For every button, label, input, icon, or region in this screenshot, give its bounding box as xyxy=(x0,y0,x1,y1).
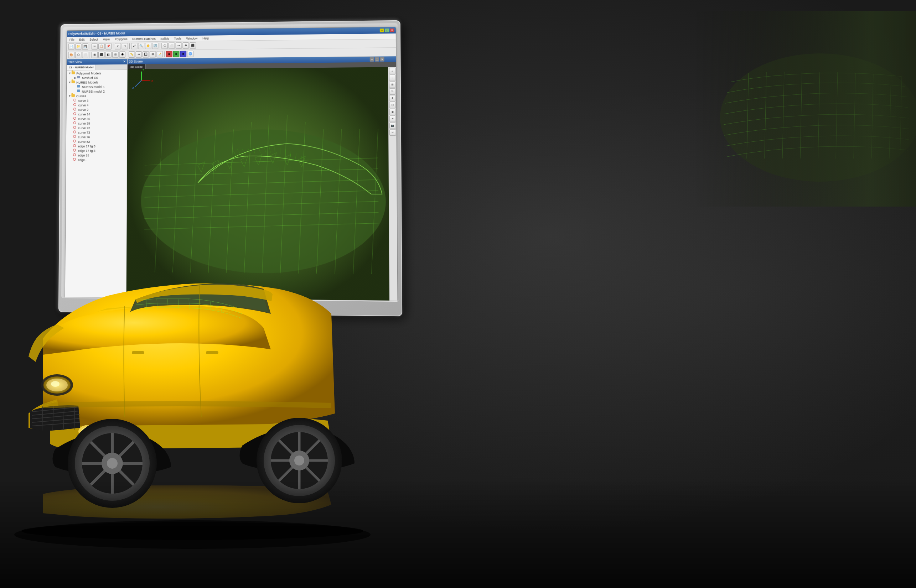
tree-tab-c6[interactable]: C6 - NURBS Model xyxy=(66,65,96,70)
rtb-rotate-view[interactable]: ↻ xyxy=(389,88,396,95)
tb-copy[interactable]: 📋 xyxy=(98,43,105,50)
tree-item-curve4[interactable]: curve 4 xyxy=(67,103,126,108)
tb2-sep2 xyxy=(127,52,127,57)
tree-item-nurbs-model-2[interactable]: NURBS model 2 xyxy=(67,89,126,94)
tb-curve[interactable]: 〜 xyxy=(176,42,182,49)
menu-view[interactable]: View xyxy=(102,37,111,41)
menu-help[interactable]: Help xyxy=(201,36,210,40)
curve-icon xyxy=(73,135,77,139)
tb2-sep3 xyxy=(164,51,165,57)
tree-item-edge17tg3-2[interactable]: edge 17 tg 3 xyxy=(67,148,126,153)
tree-item-curve82[interactable]: curve 82 xyxy=(67,139,126,144)
tb2-color3[interactable]: ■ xyxy=(180,50,186,57)
rtb-clip[interactable]: ✂ xyxy=(389,129,396,136)
tb2-color2[interactable]: ■ xyxy=(173,50,180,57)
maximize-button[interactable]: □ xyxy=(385,29,389,32)
rtb-zoom-out[interactable]: − xyxy=(389,74,396,81)
tree-item-curve9[interactable]: curve 9 xyxy=(67,107,126,112)
tree-item-curve36[interactable]: curve 36 xyxy=(67,116,126,121)
menu-window[interactable]: Window xyxy=(185,36,199,40)
rtb-zoom-in[interactable]: + xyxy=(389,68,395,74)
tb2-side[interactable]: ◧ xyxy=(105,51,112,58)
curve-icon xyxy=(73,103,78,107)
tb-new[interactable]: 📄 xyxy=(68,44,75,50)
tree-label: curve 72 xyxy=(78,126,90,130)
tree-label: Polygonal Models xyxy=(76,71,101,75)
tb-solid[interactable]: ⬛ xyxy=(189,42,196,48)
tb2-align[interactable]: ⇔ xyxy=(136,51,142,57)
menu-select[interactable]: Select xyxy=(88,37,99,41)
tb-undo[interactable]: ↩ xyxy=(115,43,121,49)
svg-point-87 xyxy=(294,456,304,465)
tb2-wire[interactable]: ⬡ xyxy=(75,52,82,58)
scene-min-button[interactable]: ─ xyxy=(370,57,374,61)
tree-item-curve39[interactable]: curve 39 xyxy=(67,121,126,125)
tb2-color1[interactable]: ■ xyxy=(166,51,172,57)
tb-rotate[interactable]: 🔄 xyxy=(152,42,159,49)
rtb-fit[interactable]: ⊞ xyxy=(389,82,396,88)
menu-nurbs-patches[interactable]: NURBS Patches xyxy=(131,37,156,41)
curve-icon xyxy=(73,112,78,116)
tree-item-nurbs-models[interactable]: ▼ NURBS Models xyxy=(67,80,126,85)
rtb-render[interactable]: ◉ xyxy=(389,108,396,115)
tb2-persp[interactable]: ⬟ xyxy=(119,51,126,58)
rtb-light[interactable]: ☀ xyxy=(389,115,396,122)
tb2-annotation[interactable]: 📝 xyxy=(156,51,163,57)
tree-item-curves[interactable]: ▼ Curves xyxy=(67,93,126,98)
tb-select[interactable]: 🖊 xyxy=(131,43,138,49)
curve-icon xyxy=(73,140,77,144)
tb-cut[interactable]: ✂ xyxy=(92,43,98,50)
tb-paste[interactable]: 📌 xyxy=(105,43,112,50)
tree-item-curve73[interactable]: curve 73 xyxy=(67,130,126,135)
scene-max-button[interactable]: □ xyxy=(375,57,379,61)
tb-zoom[interactable]: 🔍 xyxy=(138,43,144,49)
menu-tools[interactable]: Tools xyxy=(173,36,183,40)
scene-close-button[interactable]: ✕ xyxy=(380,57,384,61)
tree-item-nurbs-model-1[interactable]: NURBS model 1 xyxy=(67,84,126,89)
tb-save[interactable]: 💾 xyxy=(82,43,88,50)
scene-tab-3d[interactable]: 3D Scene xyxy=(128,64,146,69)
menu-file[interactable]: File xyxy=(68,37,76,42)
tree-label: curve 73 xyxy=(78,131,90,134)
tb-redo[interactable]: ↪ xyxy=(121,43,128,49)
rtb-pan[interactable]: ✥ xyxy=(389,95,396,102)
tree-item-mesh-c6[interactable]: ▶ Mesh of C6 xyxy=(67,75,126,80)
tree-panel-close[interactable]: ✕ xyxy=(123,60,126,63)
tree-item-curve72[interactable]: curve 72 xyxy=(67,125,126,130)
tree-item-edge17tg3-1[interactable]: edge 17 tg 3 xyxy=(67,144,126,149)
menu-edit[interactable]: Edit xyxy=(78,37,86,42)
rtb-camera[interactable]: 📷 xyxy=(389,123,396,129)
tb2-front[interactable]: ⬛ xyxy=(98,51,105,58)
tree-item-curve3[interactable]: curve 3 xyxy=(67,98,126,103)
close-button[interactable]: ✕ xyxy=(390,29,394,32)
tb2-measure[interactable]: 📏 xyxy=(129,51,135,58)
tb-pan[interactable]: ✋ xyxy=(145,43,151,49)
tb-surface[interactable]: ⬜ xyxy=(168,42,175,49)
curve-icon xyxy=(73,144,77,148)
tb2-spiral[interactable]: 🌀 xyxy=(187,50,193,57)
tree-item-edge-etc[interactable]: edge... xyxy=(66,157,126,162)
tb-open[interactable]: 📁 xyxy=(75,44,82,50)
tree-item-curve76[interactable]: curve 76 xyxy=(67,135,126,139)
rtb-select-tool[interactable]: ⬡ xyxy=(389,102,396,108)
tb-mesh[interactable]: ⬡ xyxy=(162,42,168,49)
tree-label: curve 36 xyxy=(78,117,90,120)
tb2-render[interactable]: 🎨 xyxy=(68,52,74,58)
tree-item-polygonal-models[interactable]: ▼ Polygonal Models xyxy=(67,71,126,76)
curve-icon xyxy=(73,98,78,103)
menu-solids[interactable]: Solids xyxy=(159,36,170,40)
tb2-fit[interactable]: ⊞ xyxy=(92,52,98,58)
tree-item-curve14[interactable]: curve 14 xyxy=(67,112,126,117)
tb2-top[interactable]: ⊟ xyxy=(112,51,119,58)
tree-label: curve 76 xyxy=(78,135,90,139)
mesh-car-extension xyxy=(695,11,916,207)
tb2-snap[interactable]: 🔲 xyxy=(142,51,149,57)
tree-item-edge18[interactable]: edge 18 xyxy=(67,153,126,157)
minimize-button[interactable]: ─ xyxy=(380,29,384,32)
folder-icon xyxy=(71,81,76,85)
menu-polygons[interactable]: Polygons xyxy=(114,37,129,41)
scene-title: 3D Scene xyxy=(129,60,143,63)
tb2-shade[interactable]: ⬜ xyxy=(82,52,88,58)
tb-point[interactable]: ⊕ xyxy=(183,42,189,48)
tb2-grid[interactable]: ⊞ xyxy=(150,51,156,57)
